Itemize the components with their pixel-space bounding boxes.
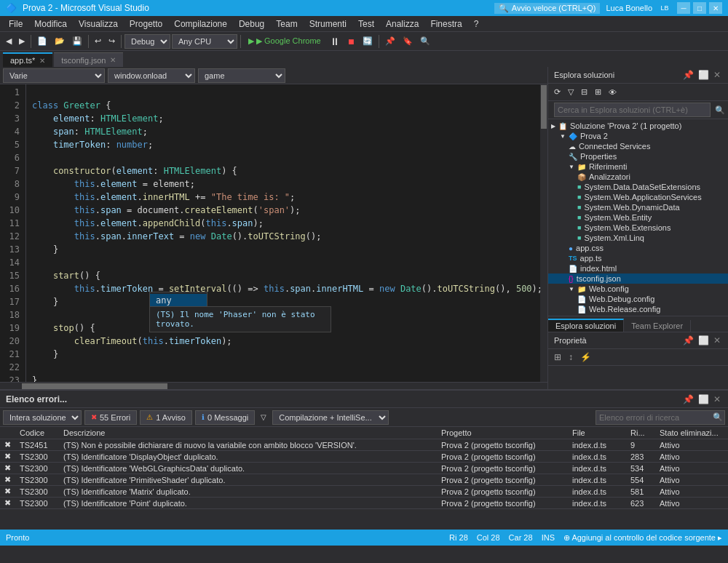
menu-progetto[interactable]: Progetto [124,19,168,29]
pp-categorized[interactable]: ⊞ [551,351,564,364]
se-search-input[interactable] [554,103,711,117]
scope-dropdown[interactable]: Varie [3,68,105,83]
close-button[interactable]: ✕ [709,2,722,14]
col-header-project[interactable]: Progetto [437,427,568,439]
toolbar-save[interactable]: 💾 [69,33,85,49]
el-filter-btn[interactable]: ▽ [258,410,269,426]
toolbar-pause[interactable]: ⏸ [327,33,343,49]
autocomplete-item[interactable]: any [150,294,207,307]
table-row[interactable]: ✖ TS2451 (TS) Non è possibile dichiarare… [0,439,728,451]
tab-close-tsconfig[interactable]: ✕ [110,56,116,64]
pp-pin[interactable]: 📌 [681,335,695,346]
run-button[interactable]: ▶ ▶ Google Chrome [244,35,325,47]
horizontal-scrollbar[interactable] [0,382,547,389]
se-tb-filter[interactable]: ▽ [565,84,577,100]
tree-connected-services[interactable]: ☁ Connected Services [548,141,728,151]
scroll-thumb-v[interactable] [541,85,547,129]
config-dropdown[interactable]: Debug [124,34,170,49]
menu-compilazione[interactable]: Compilazione [168,19,233,29]
maximize-button[interactable]: □ [693,2,706,14]
code-area[interactable]: 12345 678910 1112131415 1617181920 21222… [0,84,547,382]
status-action[interactable]: ⊕ Aggiungi al controllo del codice sorge… [563,533,722,543]
se-close[interactable]: ✕ [712,70,722,80]
col-header-type[interactable] [0,427,15,439]
btab-se[interactable]: Esplora soluzioni [548,319,624,332]
menu-strumenti[interactable]: Strumenti [304,19,352,29]
toolbar-restart[interactable]: 🔄 [360,33,376,49]
tree-analizzatori[interactable]: 📦 Analizzatori [548,172,728,182]
toolbar-undo[interactable]: ↩ [92,33,104,49]
col-header-desc[interactable]: Descrizione [59,427,437,439]
col-header-file[interactable]: File [568,427,626,439]
el-solution-filter[interactable]: Intera soluzione [3,410,82,425]
se-tb-props[interactable]: ⊞ [592,84,604,100]
btab-team[interactable]: Team Explorer [624,320,691,332]
table-row[interactable]: ✖ TS2300 (TS) Identificatore 'DisplayObj… [0,451,728,463]
toolbar-extra3[interactable]: 🔍 [417,33,433,49]
el-close[interactable]: ✕ [712,394,722,404]
col-header-code[interactable]: Codice [15,427,59,439]
toolbar-extra2[interactable]: 🔖 [400,33,416,49]
menu-analizza[interactable]: Analizza [380,19,424,29]
se-float[interactable]: ⬜ [697,70,711,80]
pp-alphabetical[interactable]: ↕ [566,351,576,364]
tree-index[interactable]: 📄 index.html [548,263,728,273]
menu-modifica[interactable]: Modifica [28,19,73,29]
tree-ref6[interactable]: ■ System.Xml.Linq [548,233,728,243]
menu-team[interactable]: Team [270,19,303,29]
toolbar-new[interactable]: 📄 [34,33,50,49]
toolbar-forward[interactable]: ▶ [16,33,28,49]
menu-file[interactable]: File [3,19,28,29]
platform-dropdown[interactable]: Any CPU [172,34,237,49]
se-tb-preview[interactable]: 👁 [606,84,620,100]
toolbar-redo[interactable]: ↪ [106,33,118,49]
toolbar-back[interactable]: ◀ [3,33,15,49]
tree-ref2[interactable]: ■ System.Web.ApplicationServices [548,192,728,202]
menu-finestra[interactable]: Finestra [424,19,467,29]
tree-riferimenti[interactable]: ▼ 📁 Riferimenti [548,161,728,172]
col-header-state[interactable]: Stato eliminazi... [655,427,728,439]
search-box[interactable]: 🔍 Avvio veloce (CTRL+Q) [494,3,601,14]
tree-ref3[interactable]: ■ System.Web.DynamicData [548,202,728,212]
toolbar-stop[interactable]: ⏹ [344,33,358,49]
tab-close-app-ts[interactable]: ✕ [39,57,45,65]
toolbar-extra1[interactable]: 📌 [382,33,398,49]
pp-close[interactable]: ✕ [712,335,722,346]
tree-tsconfig[interactable]: {} tsconfig.json [548,273,728,284]
pp-float[interactable]: ⬜ [697,335,711,346]
menu-visualizza[interactable]: Visualizza [73,19,124,29]
tree-project[interactable]: ▼ 🔷 Prova 2 [548,131,728,141]
tree-solution[interactable]: ▶ 📋 Soluzione 'Prova 2' (1 progetto) [548,121,728,131]
vertical-scrollbar[interactable] [540,84,547,382]
warnings-badge[interactable]: ⚠ 1 Avviso [140,410,192,425]
tree-webrelease[interactable]: 📄 Web.Release.config [548,304,728,314]
tree-ref5[interactable]: ■ System.Web.Extensions [548,223,728,233]
pp-event[interactable]: ⚡ [577,351,594,364]
se-pin[interactable]: 📌 [681,70,695,80]
col-header-line[interactable]: Ri... [626,427,655,439]
el-pin[interactable]: 📌 [681,394,695,404]
tree-webdebug[interactable]: 📄 Web.Debug.config [548,294,728,304]
tree-properties[interactable]: 🔧 Properties [548,151,728,161]
tree-appcss[interactable]: ● app.css [548,243,728,253]
minimize-button[interactable]: ─ [677,2,690,14]
tree-ref1[interactable]: ■ System.Data.DataSetExtensions [548,182,728,192]
tree-webconfig[interactable]: ▼ 📁 Web.config [548,284,728,294]
el-search-input[interactable] [596,412,713,423]
messages-badge[interactable]: ℹ 0 Messaggi [195,410,255,425]
errors-badge[interactable]: ✖ 55 Errori [84,410,137,425]
el-build-filter[interactable]: Compilazione + IntelliSe... [272,410,389,425]
tree-ref4[interactable]: ■ System.Web.Entity [548,212,728,223]
nav-dropdown1[interactable]: window.onload [108,68,195,83]
table-row[interactable]: ✖ TS2300 (TS) Identificatore 'Matrix' du… [0,486,728,498]
table-row[interactable]: ✖ TS2300 (TS) Identificatore 'Point' dup… [0,498,728,509]
table-row[interactable]: ✖ TS2300 (TS) Identificatore 'WebGLGraph… [0,463,728,474]
se-tb-sync[interactable]: ⟳ [551,84,563,100]
menu-debug[interactable]: Debug [233,19,270,29]
nav-dropdown2[interactable]: game [198,68,285,83]
tree-appts[interactable]: TS app.ts [548,253,728,263]
tab-app-ts[interactable]: app.ts* ✕ [3,52,52,67]
table-row[interactable]: ✖ TS2300 (TS) Identificatore 'PrimitiveS… [0,474,728,486]
se-tb-collapse[interactable]: ⊟ [578,84,590,100]
menu-test[interactable]: Test [352,19,380,29]
